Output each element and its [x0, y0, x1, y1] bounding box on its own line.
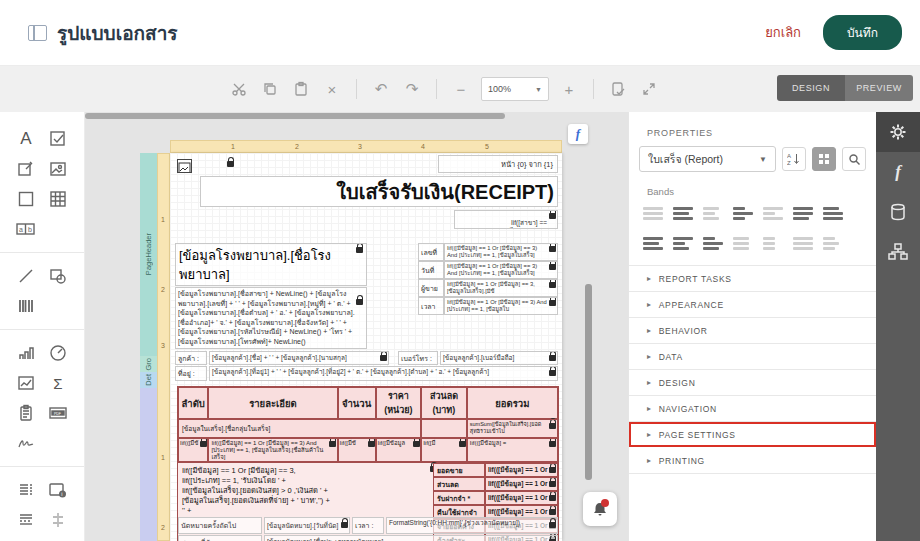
appointment-expression[interactable]: [ข้อมูลนัดหมาย].[วันที่นัด] [264, 517, 350, 534]
checkbox-tool-icon[interactable] [42, 124, 74, 154]
report-title-control[interactable]: ใบเสร็จรับเงิน(RECEIPT) [200, 176, 558, 207]
report-element-selector[interactable]: ใบเสร็จ (Report) ▼ [639, 146, 776, 172]
table-header-cell[interactable]: ราคา (หน่วย) [376, 387, 422, 419]
detail-cell[interactable]: Iif(([มีข้อมูล] == 1 Or [มีข้อมูล] == 3)… [208, 438, 337, 462]
band-icon-reportfooter[interactable] [643, 233, 663, 253]
time-label[interactable]: เวลา : [352, 517, 384, 534]
band-icon-verticaldetail[interactable] [763, 233, 783, 253]
search-properties-button[interactable] [842, 147, 866, 171]
appointment-label[interactable]: นัดหมายครั้งถัดไป [178, 517, 262, 534]
table-header-cell[interactable]: ส่วนลด (บาท) [421, 387, 467, 419]
horizontal-scrollbar[interactable] [85, 113, 505, 119]
summary-value[interactable]: Iif(([มีข้อมูล] == 1 Or [485, 463, 558, 477]
band-icon-verticaltotal[interactable] [793, 233, 813, 253]
crossband-line-tool-icon[interactable] [42, 505, 74, 535]
fullscreen-icon[interactable] [638, 78, 660, 100]
cancel-button[interactable]: ยกเลิก [765, 22, 801, 43]
summary-value[interactable]: Iif(([มีข้อมูล] == 1 Or [485, 477, 558, 491]
preview-tab[interactable]: PREVIEW [845, 75, 913, 101]
delete-icon[interactable]: × [321, 78, 343, 100]
chart-tool-icon[interactable] [10, 338, 42, 368]
line-tool-icon[interactable] [10, 261, 42, 291]
pivot-summary-tool-icon[interactable]: Σ [42, 368, 74, 398]
character-comb-tool-icon[interactable]: ab [10, 214, 42, 244]
address-expression[interactable]: [ข้อมูลลูกค้า].[ที่อยู่1] + ' ' + [ข้อมู… [209, 366, 558, 381]
section-page-settings[interactable]: ▸PAGE SETTINGS [629, 422, 876, 448]
subreport-tool-icon[interactable]: i [42, 475, 74, 505]
section-behavior[interactable]: ▸BEHAVIOR [629, 318, 876, 344]
crossband-box-tool-icon[interactable] [10, 535, 42, 541]
sparkline-tool-icon[interactable] [10, 368, 42, 398]
richtext-tool-icon[interactable] [10, 154, 42, 184]
band-icon-bottommargin[interactable] [703, 233, 723, 253]
summary-label[interactable]: ส่วนลด [433, 477, 485, 491]
address-label[interactable]: ที่อยู่ : [175, 366, 207, 381]
hospital-name-control[interactable]: [ข้อมูลโรงพยาบาล].[ชื่อโรงพยาบาล] [175, 243, 367, 286]
detail-cell[interactable]: Iif([มีข้ [338, 438, 376, 462]
table-header-cell[interactable]: รายละเอียด [208, 387, 337, 419]
detail-cell[interactable]: Iif([มี [421, 438, 467, 462]
payment-expression-control[interactable]: Iif([มีข้อมูล] == 1 Or [มีข้อมูล] == 3, … [182, 466, 432, 516]
rail-expressions-tab[interactable]: f [876, 152, 920, 192]
rail-fieldlist-tab[interactable] [876, 192, 920, 232]
group-sum-cell[interactable]: sumSum([ข้อมูลในเสร็จ].[ยอดสุทธิรวมเข้าไ… [467, 419, 558, 438]
info-value[interactable]: Iif(([มีข้อมูล] == 1 Or [มีข้อมูล] == 3)… [444, 243, 558, 261]
zoom-select[interactable]: 100% ▼ [481, 77, 549, 101]
customer-expression[interactable]: [ข้อมูลลูกค้า].[ชื่อ] + ' ' + [ข้อมูลลูก… [209, 351, 389, 365]
band-pageheader[interactable]: PageHeader [140, 153, 157, 356]
section-report-tasks[interactable]: ▸REPORT TASKS [629, 266, 876, 292]
section-data[interactable]: ▸DATA [629, 344, 876, 370]
table-tool-icon[interactable] [42, 184, 74, 214]
band-icon-groupheader[interactable] [733, 203, 753, 223]
page-break-tool-icon[interactable] [10, 505, 42, 535]
cut-icon[interactable] [228, 78, 250, 100]
section-printing[interactable]: ▸PRINTING [629, 448, 876, 474]
zoom-out-icon[interactable]: − [450, 78, 472, 100]
table-header-cell[interactable]: ลำดับ [178, 387, 208, 419]
summary-value[interactable]: Iif(([มีข้อมูล] == 1 Or [485, 491, 558, 505]
paste-icon[interactable] [290, 78, 312, 100]
gauge-tool-icon[interactable] [42, 338, 74, 368]
band-detail[interactable]: Det [140, 372, 157, 388]
info-label[interactable]: เลขที่ [418, 243, 444, 261]
info-label[interactable]: เวลา [418, 297, 444, 315]
table-header-cell[interactable]: ยอดรวม [467, 387, 558, 419]
label-tool-icon[interactable]: A [10, 124, 42, 154]
redo-icon[interactable]: ↷ [401, 78, 423, 100]
customer-label[interactable]: ลูกค้า : [175, 351, 207, 365]
group-header-cell[interactable]: [ข้อมูลในเสร็จ].[ชื่อกลุ่มในเสร็จ] [178, 419, 421, 438]
hospital-address-control[interactable]: [ข้อมูลโรงพยาบาล].[ชื่อสาขา] + NewLine()… [175, 287, 367, 349]
section-appearance[interactable]: ▸APPEARANCE [629, 292, 876, 318]
summary-label[interactable]: ยอดขาย [433, 463, 485, 477]
panel-tool-icon[interactable] [10, 184, 42, 214]
undo-icon[interactable]: ↶ [370, 78, 392, 100]
info-value[interactable]: Iif([มีข้อมูล] == 1 Or [มีข้อมูล] == 3) … [444, 297, 558, 315]
barcode-tool-icon[interactable] [10, 291, 42, 321]
design-tab[interactable]: DESIGN [777, 75, 845, 101]
validate-icon[interactable] [607, 78, 629, 100]
expression-fx-icon[interactable]: f [568, 124, 588, 144]
reason-expression[interactable]: [ข้อมูลนัดหมาย].[ชื่อประเภทการนัดหมาย] [264, 535, 558, 541]
save-button[interactable]: บันทึก [823, 15, 902, 50]
band-groupfooter[interactable] [140, 388, 157, 541]
band-icon-detailreport[interactable] [793, 203, 813, 223]
detail-cell[interactable]: Iif(([มีข้ [178, 438, 208, 462]
phone-label[interactable]: เบอร์โทร : [398, 351, 438, 365]
info-value[interactable]: Iif([มีข้อมูล] == 1 Or [มีข้อมูล] == 3, … [444, 279, 558, 297]
sort-properties-button[interactable]: AZ [782, 147, 806, 171]
group-header-cell[interactable] [421, 419, 467, 438]
info-label[interactable]: ผู้ขาย [418, 279, 444, 297]
phone-expression[interactable]: [ข้อมูลลูกค้า].[เบอร์มือถือ] [440, 351, 558, 365]
pdf-content-tool-icon[interactable]: PDF [42, 398, 74, 428]
picture-box-control[interactable] [177, 159, 192, 173]
detail-cell[interactable]: Iif([มีข้อมูล [376, 438, 422, 462]
section-design[interactable]: ▸DESIGN [629, 370, 876, 396]
info-label[interactable]: วันที่ [418, 261, 444, 279]
copy-icon[interactable] [259, 78, 281, 100]
band-icon-reportheader[interactable] [673, 203, 693, 223]
band-groupheader[interactable]: Gro [140, 356, 157, 372]
info-value[interactable]: Iif(([มีข้อมูล] == 1 Or [มีข้อมูล] == 3)… [444, 261, 558, 279]
section-navigation[interactable]: ▸NAVIGATION [629, 396, 876, 422]
band-icon-groupfooter[interactable] [823, 203, 843, 223]
table-header-cell[interactable]: จำนวน [338, 387, 376, 419]
